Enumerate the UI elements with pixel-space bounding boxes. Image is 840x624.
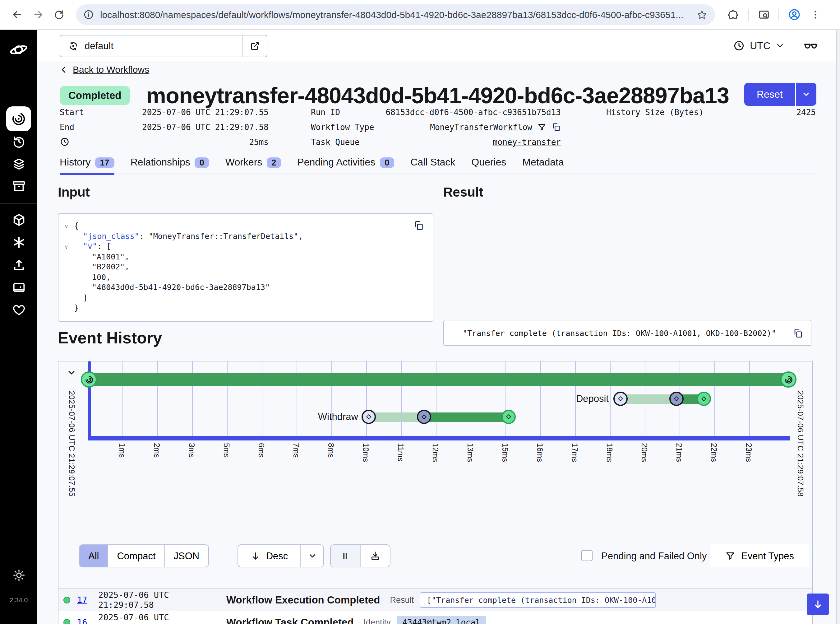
event-id-link[interactable]: 16 <box>77 617 91 624</box>
arrow-down-icon <box>813 599 823 610</box>
namespace-external-link[interactable] <box>242 35 267 56</box>
sidebar-item-nexus[interactable] <box>0 235 37 249</box>
view-mode-all[interactable]: All <box>80 545 108 567</box>
workflow-endpoint-marker[interactable] <box>81 371 97 388</box>
download-history-button[interactable] <box>360 545 390 567</box>
withdraw-activity-bar[interactable] <box>424 412 509 422</box>
sort-desc-button[interactable]: Desc <box>238 545 301 567</box>
back-to-workflows-link[interactable]: Back to Workflows <box>60 64 149 75</box>
sidebar-item-schedules[interactable] <box>0 134 37 149</box>
download-icon <box>370 551 381 561</box>
namespace-selector[interactable]: default <box>60 34 267 57</box>
reset-button[interactable]: Reset <box>744 83 795 106</box>
site-info-icon[interactable] <box>83 9 94 20</box>
sidebar-item-import[interactable] <box>0 258 37 272</box>
clock-icon <box>733 40 745 52</box>
activity-started-marker[interactable] <box>417 410 431 424</box>
deposit-activity-bar[interactable] <box>621 394 677 403</box>
tick-label: 20ms <box>640 443 649 462</box>
theme-toggle[interactable] <box>0 568 37 582</box>
timezone-selector[interactable]: UTC <box>733 40 785 52</box>
tab-relationships[interactable]: Relationships0 <box>131 157 209 168</box>
bookmark-star-icon[interactable] <box>697 9 707 20</box>
sidebar-item-batch-operations[interactable] <box>0 157 37 171</box>
address-bar[interactable]: localhost:8080/namespaces/default/workfl… <box>76 5 715 25</box>
view-mode-json[interactable]: JSON <box>165 545 208 567</box>
activity-scheduled-marker[interactable] <box>613 392 628 406</box>
collapse-caret-icon[interactable]: ∨ <box>65 242 68 252</box>
sidebar-divider <box>0 204 37 204</box>
pending-failed-checkbox[interactable] <box>581 550 593 561</box>
browser-reload-icon[interactable] <box>48 4 69 25</box>
pause-button[interactable] <box>331 545 360 567</box>
withdraw-activity-bar[interactable] <box>369 412 424 422</box>
screen: localhost:8080/namespaces/default/workfl… <box>0 0 840 624</box>
temporal-logo-icon[interactable] <box>0 40 37 59</box>
copy-input-icon[interactable] <box>413 220 424 231</box>
event-types-button[interactable]: Event Types <box>710 544 809 567</box>
activity-completed-marker[interactable] <box>697 392 711 406</box>
namespace-name: default <box>85 40 114 51</box>
tab-metadata[interactable]: Metadata <box>522 157 564 168</box>
schedules-icon <box>11 134 26 149</box>
page-scrollbar[interactable] <box>836 30 840 624</box>
divider <box>778 8 779 21</box>
browser-back-icon[interactable] <box>6 4 27 25</box>
sidebar-item-labs[interactable] <box>0 281 37 295</box>
tab-call-stack[interactable]: Call Stack <box>410 157 455 168</box>
sidebar-item-feedback[interactable] <box>0 303 37 317</box>
filter-icon[interactable] <box>537 122 547 131</box>
tab-label: Metadata <box>522 157 564 168</box>
event-row-17[interactable]: 172025-07-06 UTC 21:29:07.58Workflow Exe… <box>59 588 812 611</box>
tab-count-badge: 17 <box>95 157 114 168</box>
activity-scheduled-marker[interactable] <box>362 410 376 424</box>
tab-pending-activities[interactable]: Pending Activities0 <box>297 157 394 168</box>
run-id-value: 68153dcc-d0f6-4500-afbc-c93651b75d13 <box>385 107 561 117</box>
tab-workers[interactable]: Workers2 <box>225 157 281 168</box>
sort-menu-button[interactable] <box>301 545 323 567</box>
tab-label: Queries <box>471 157 506 168</box>
activity-completed-marker[interactable] <box>501 410 516 424</box>
timeline-collapse-button[interactable] <box>66 368 77 378</box>
profile-avatar-icon[interactable] <box>783 4 805 25</box>
tab-queries[interactable]: Queries <box>471 157 506 168</box>
labs-glasses-icon[interactable] <box>803 39 818 53</box>
sidebar-item-namespaces[interactable] <box>0 213 37 227</box>
browser-menu-icon[interactable] <box>805 4 826 25</box>
scroll-to-bottom-button[interactable] <box>807 593 829 615</box>
copy-result-icon[interactable] <box>793 328 803 338</box>
extensions-icon[interactable] <box>723 4 744 25</box>
sidebar: 2.34.0 <box>0 30 37 624</box>
nexus-icon <box>11 235 26 249</box>
sidebar-item-archive[interactable] <box>0 179 37 193</box>
copy-icon[interactable] <box>552 122 561 131</box>
workflow-execution-bar[interactable] <box>89 373 788 386</box>
activity-started-marker[interactable] <box>669 392 684 406</box>
top-bar: default UTC <box>37 30 840 62</box>
tick-label: 5ms <box>222 443 231 457</box>
sidebar-item-workflows[interactable] <box>0 107 37 131</box>
collapse-caret-icon[interactable]: ∨ <box>65 221 68 232</box>
event-title: Workflow Task Completed <box>226 616 354 624</box>
tab-history[interactable]: History17 <box>60 157 114 168</box>
tick-label: 8ms <box>327 443 335 457</box>
workflow-type-link[interactable]: MoneyTransferWorkflow <box>430 122 532 131</box>
input-heading: Input <box>58 185 90 200</box>
event-row-16[interactable]: 162025-07-06 UTC 21:29:07.58Workflow Tas… <box>59 611 812 624</box>
tick-label: 2ms <box>152 443 161 457</box>
timeline-x-axis <box>88 436 790 440</box>
event-detail-label: Result <box>390 595 414 604</box>
browser-forward-icon[interactable] <box>27 4 48 25</box>
event-id-link[interactable]: 17 <box>77 595 91 605</box>
workflow-endpoint-marker[interactable] <box>780 371 797 388</box>
url-text[interactable]: localhost:8080/namespaces/default/workfl… <box>100 9 697 20</box>
view-mode-compact[interactable]: Compact <box>108 545 165 567</box>
reading-mode-icon[interactable] <box>753 4 774 25</box>
task-queue-link[interactable]: money-transfer <box>493 137 561 147</box>
json-line: "A1001", <box>59 252 433 262</box>
reset-menu-button[interactable] <box>795 83 816 106</box>
tick-label: 3ms <box>187 443 196 457</box>
chevron-down-icon <box>66 368 77 378</box>
event-status-dot <box>63 596 70 603</box>
status-badge: Completed <box>60 86 130 105</box>
